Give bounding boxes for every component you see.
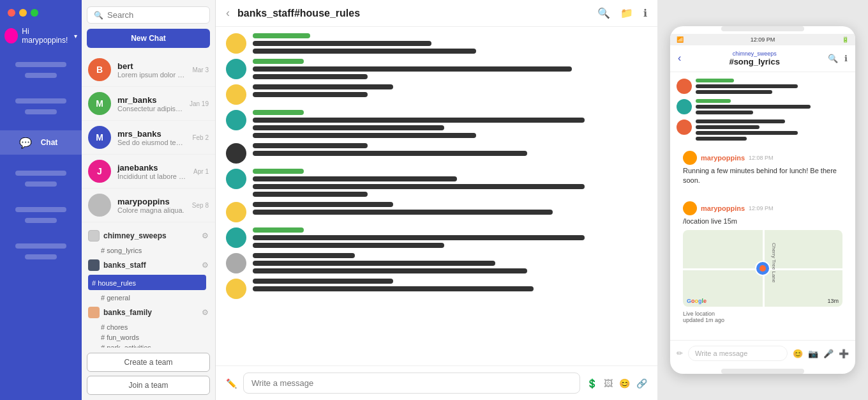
message-row	[226, 227, 647, 248]
messages-area	[216, 27, 657, 365]
search-icon[interactable]: 🔍	[597, 7, 610, 19]
phone-time: 12:09 PM	[751, 36, 775, 43]
message-input-area: ✏️ 💲 🖼 😊 🔗	[216, 365, 657, 400]
phone-title: chimney_sweeps #song_lyrics	[686, 50, 823, 66]
chat-item-mrsbanks[interactable]: M mrs_banks Sed do eiusmod tempor... Feb…	[82, 121, 215, 155]
phone-header-icons: 🔍 ℹ	[828, 54, 848, 63]
emoji-icon[interactable]: 😊	[619, 378, 630, 388]
msg-avatar	[226, 227, 246, 248]
contact-name: marypoppins	[117, 197, 186, 206]
phone-info-icon[interactable]: ℹ	[844, 54, 848, 63]
join-team-button[interactable]: Join a team	[87, 376, 210, 395]
chat-item-janebanks[interactable]: J janebanks Incididunt ut labore et... A…	[82, 155, 215, 188]
phone-search-icon[interactable]: 🔍	[828, 54, 838, 63]
channel-fun-words[interactable]: # fun_words	[101, 332, 209, 342]
workspace-name: banks_family	[103, 308, 198, 317]
chat-item-marypoppins[interactable]: marypoppins Colore magna aliqua. Sep 8	[82, 188, 215, 222]
back-button[interactable]: ‹	[226, 6, 230, 20]
user-dropdown-icon[interactable]: ▾	[74, 33, 77, 40]
phone-mockup: 📶 12:09 PM 🔋 ‹ chimney_sweeps #song_lyri…	[657, 0, 868, 400]
phone-messages: marypoppins 12:08 PM Running a few minut…	[670, 72, 855, 340]
channel-general[interactable]: # general	[101, 293, 209, 303]
channel-list-chimney: # song_lyrics	[82, 244, 215, 257]
phone-map: Cherry Tree Lane Google 13m	[683, 230, 842, 307]
write-icon: ✏️	[226, 378, 237, 388]
info-icon[interactable]: ℹ	[643, 7, 647, 19]
image-icon[interactable]: 🖼	[604, 378, 613, 388]
folder-icon[interactable]: 📁	[620, 7, 633, 19]
nav-bar	[15, 243, 66, 249]
workspace-banks-family[interactable]: banks_family ⚙	[82, 304, 215, 321]
channel-chores[interactable]: # chores	[101, 322, 209, 332]
nav-item-1[interactable]	[0, 58, 82, 82]
create-join-section: Create a team Join a team	[82, 348, 215, 400]
phone-user-text-1: Running a few minutes behind for lunch! …	[683, 166, 842, 186]
msg-content	[253, 279, 647, 291]
channel-list-banks-family: # chores # fun_words # park_activities	[82, 321, 215, 348]
phone-mic-icon[interactable]: 🎤	[823, 349, 834, 358]
link-icon[interactable]: 🔗	[636, 378, 647, 388]
message-input-wrap[interactable]	[243, 373, 580, 394]
nav-item-5[interactable]	[0, 239, 82, 264]
nav-item-3[interactable]	[0, 166, 82, 191]
gear-icon-chimney[interactable]: ⚙	[202, 231, 209, 240]
window-controls	[0, 6, 38, 17]
msg-content	[253, 227, 647, 248]
user-header[interactable]: Hi marypoppins! ▾	[0, 27, 82, 45]
chat-item-mrbanks[interactable]: M mr_banks Consectetur adipiscing elit, …	[82, 87, 215, 121]
contact-preview: Consectetur adipiscing elit,	[117, 105, 183, 112]
phone-top-placeholder	[721, 26, 804, 31]
channel-house-rules-active[interactable]: # house_rules	[88, 275, 206, 290]
nav-item-chat[interactable]: 💬 Chat	[0, 130, 82, 155]
phone-user-text-2: /location live 15m	[683, 217, 842, 226]
phone-avatar	[677, 79, 692, 94]
nav-item-2[interactable]	[0, 94, 82, 119]
nav-item-4[interactable]	[0, 203, 82, 227]
phone-app-name: chimney_sweeps	[686, 50, 823, 57]
search-bar: 🔍	[82, 0, 215, 29]
contact-name: bert	[117, 61, 186, 71]
dollar-icon[interactable]: 💲	[587, 378, 597, 388]
message-row	[226, 143, 647, 164]
nav-bar	[15, 62, 66, 67]
message-input[interactable]	[251, 378, 572, 388]
phone-image-icon[interactable]: 📷	[808, 349, 818, 358]
contact-date: Jan 19	[190, 100, 209, 107]
new-chat-button[interactable]: New Chat	[87, 29, 210, 48]
gear-icon-banks-family[interactable]: ⚙	[202, 308, 209, 317]
channel-song-lyrics[interactable]: # song_lyrics	[101, 245, 209, 256]
workspace-name: chimney_sweeps	[103, 231, 198, 240]
search-input-wrap[interactable]: 🔍	[87, 6, 210, 24]
phone-emoji-icon[interactable]: 😊	[793, 349, 803, 358]
middle-sidebar: 🔍 New Chat B bert Lorem ipsum dolor sit …	[82, 0, 216, 400]
msg-content	[253, 253, 647, 273]
phone-input-field[interactable]: Write a message	[688, 346, 788, 361]
create-team-button[interactable]: Create a team	[87, 353, 210, 372]
phone-write-icon: ✏	[677, 349, 683, 358]
header-icons: 🔍 📁 ℹ	[597, 7, 647, 19]
minimize-button[interactable]	[19, 9, 27, 17]
close-button[interactable]	[8, 9, 15, 17]
input-icons: 💲 🖼 😊 🔗	[587, 378, 647, 388]
chat-info-marypoppins: marypoppins Colore magna aliqua.	[117, 197, 186, 214]
phone-avatar	[677, 99, 692, 114]
msg-content	[253, 33, 647, 54]
search-input[interactable]	[107, 10, 203, 20]
phone-back-button[interactable]: ‹	[678, 52, 681, 64]
message-row	[226, 110, 647, 138]
maximize-button[interactable]	[31, 9, 38, 17]
chat-item-bert[interactable]: B bert Lorem ipsum dolor sit amet, Mar 3	[82, 53, 215, 87]
main-chat: ‹ banks_staff#house_rules 🔍 📁 ℹ	[216, 0, 657, 400]
contact-preview: Lorem ipsum dolor sit amet,	[117, 71, 186, 79]
phone-plus-icon[interactable]: ➕	[839, 349, 849, 358]
phone-input-area: ✏ Write a message 😊 📷 🎤 ➕	[670, 340, 855, 366]
contact-date: Feb 2	[192, 134, 209, 141]
channel-park-activities[interactable]: # park_activities	[101, 342, 209, 348]
phone-user-name-1: marypoppins	[701, 154, 745, 162]
workspace-chimney-sweeps[interactable]: chimney_sweeps ⚙	[82, 227, 215, 244]
chat-list: B bert Lorem ipsum dolor sit amet, Mar 3…	[82, 53, 215, 348]
workspace-banks-staff[interactable]: banks_staff ⚙	[82, 257, 215, 273]
gear-icon-banks-staff[interactable]: ⚙	[202, 261, 209, 270]
contact-preview: Incididunt ut labore et...	[117, 173, 187, 180]
phone-user-time-1: 12:08 PM	[749, 155, 774, 161]
